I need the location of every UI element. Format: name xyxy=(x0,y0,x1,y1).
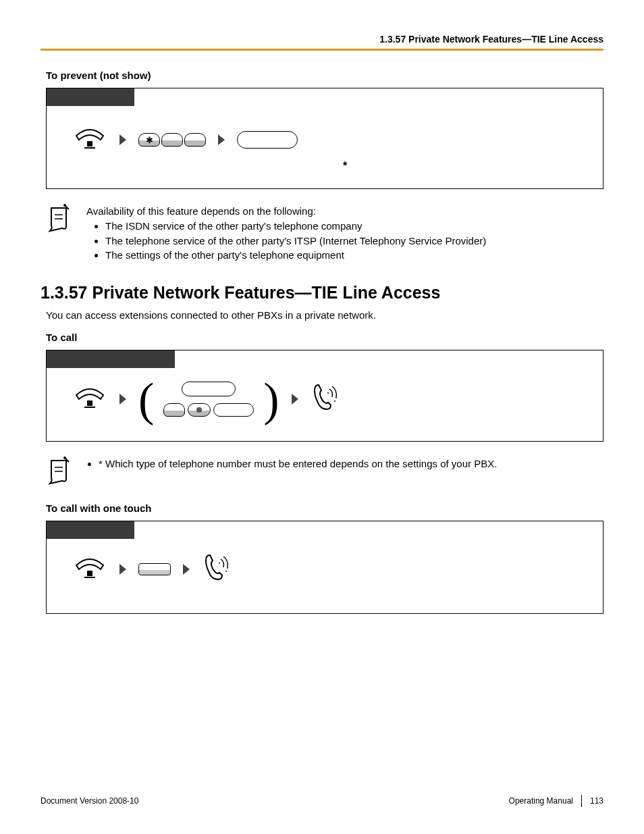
page-footer: Document Version 2008-10 Operating Manua… xyxy=(41,795,603,807)
diagram-one-touch xyxy=(46,521,603,614)
diagram-to-call: ( ) xyxy=(46,350,603,442)
star-key-icon: ✱ xyxy=(138,133,160,147)
section-title: 1.3.57 Private Network Features—TIE Line… xyxy=(41,283,603,303)
arrow-icon xyxy=(119,394,126,405)
note-text: Availability of this feature depends on … xyxy=(86,203,486,263)
note-intro: Availability of this feature depends on … xyxy=(86,204,486,219)
arrow-icon xyxy=(183,564,190,575)
footer-version: Document Version 2008-10 xyxy=(41,796,138,806)
diagram-tab xyxy=(47,521,134,539)
right-paren-icon: ) xyxy=(263,383,279,416)
diagram-tab xyxy=(47,350,175,368)
blank-key-icon xyxy=(184,133,206,147)
running-header: 1.3.57 Private Network Features—TIE Line… xyxy=(41,34,603,45)
entry-field-icon xyxy=(213,403,254,417)
key-sequence: ✱ xyxy=(138,133,206,147)
svg-rect-4 xyxy=(87,400,92,406)
note-icon xyxy=(46,455,74,489)
note-item: The telephone service of the other party… xyxy=(105,234,486,249)
offhook-icon xyxy=(74,386,107,413)
note-item: The settings of the other party's teleph… xyxy=(105,248,486,263)
svg-point-6 xyxy=(334,400,336,402)
subhead-prevent: To prevent (not show) xyxy=(46,70,603,81)
header-rule xyxy=(41,49,603,51)
flow-row-prevent: ✱ xyxy=(47,106,603,160)
note-icon xyxy=(46,203,74,236)
led-key-icon xyxy=(188,403,211,417)
section-intro: You can access extensions connected to o… xyxy=(46,309,603,321)
note-item: The ISDN service of the other party's te… xyxy=(105,219,486,234)
diagram-tab xyxy=(47,88,134,106)
subhead-to-call: To call xyxy=(46,332,603,343)
entry-field-icon xyxy=(182,382,236,396)
arrow-icon xyxy=(119,564,126,575)
offhook-icon xyxy=(74,126,107,153)
arrow-icon xyxy=(292,394,298,405)
stacked-options xyxy=(163,382,254,417)
blank-key-icon xyxy=(161,133,183,147)
onetouch-key-icon xyxy=(138,563,171,575)
footer-divider xyxy=(581,795,582,807)
asterisk-symbol: * xyxy=(47,160,603,188)
svg-point-5 xyxy=(327,392,329,394)
note-text: * Which type of telephone number must be… xyxy=(86,455,497,471)
note-block-pbx: * Which type of telephone number must be… xyxy=(46,455,603,489)
talk-icon xyxy=(202,552,230,586)
diagram-tab-bar xyxy=(47,521,603,539)
entry-field-icon xyxy=(237,131,298,149)
svg-point-9 xyxy=(63,457,66,459)
talk-icon xyxy=(311,382,339,416)
svg-point-12 xyxy=(225,571,227,572)
page-number: 113 xyxy=(590,796,603,806)
subhead-one-touch: To call with one touch xyxy=(46,502,603,514)
svg-rect-0 xyxy=(87,141,92,147)
flow-row-call: ( ) xyxy=(47,368,603,441)
blank-key-icon xyxy=(163,403,185,417)
note-item: * Which type of telephone number must be… xyxy=(99,457,497,471)
diagram-tab-bar xyxy=(47,350,603,368)
offhook-icon xyxy=(74,556,107,583)
svg-point-3 xyxy=(63,204,66,207)
svg-point-11 xyxy=(219,563,220,564)
alternative-group: ( ) xyxy=(138,382,279,417)
footer-manual-label: Operating Manual xyxy=(509,796,573,806)
dss-key-row xyxy=(163,403,254,417)
flow-row-onetouch xyxy=(47,539,603,613)
arrow-icon xyxy=(119,134,126,145)
svg-rect-10 xyxy=(87,571,92,576)
arrow-icon xyxy=(218,134,225,145)
diagram-prevent: ✱ * xyxy=(46,88,603,189)
note-block-availability: Availability of this feature depends on … xyxy=(46,203,603,263)
left-paren-icon: ( xyxy=(138,383,154,416)
diagram-tab-bar xyxy=(47,88,603,106)
